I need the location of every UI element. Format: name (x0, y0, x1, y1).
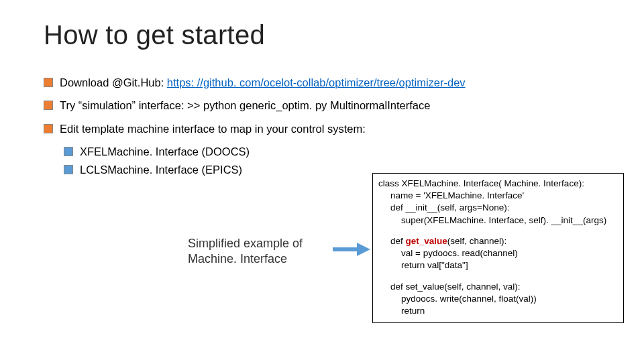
method-name: get_value (406, 236, 447, 246)
svg-marker-1 (357, 243, 370, 256)
code-line: def __init__(self, args=None): (378, 202, 618, 214)
code-line: val = pydoocs. read(channel) (378, 247, 618, 259)
code-line: def set_value(self, channel, val): (378, 281, 618, 293)
code-line: def get_value(self, channel): (378, 235, 618, 247)
code-box: class XFELMachine. Interface( Machine. I… (372, 173, 624, 323)
page-title: How to get started (44, 20, 614, 50)
square-bullet-icon (64, 165, 73, 174)
bullet-item: Try “simulation” interface: >> python ge… (44, 99, 614, 113)
square-bullet-icon (64, 147, 73, 156)
square-bullet-icon (44, 124, 53, 133)
code-line: class XFELMachine. Interface( Machine. I… (378, 178, 618, 190)
bullet-item: Download @Git.Hub: https: //github. com/… (44, 76, 614, 90)
bullet-text: XFELMachine. Interface (DOOCS) (80, 145, 250, 159)
text: Download @Git.Hub: (60, 76, 167, 88)
arrow-right-icon (331, 241, 370, 257)
code-line: return val["data"] (378, 259, 618, 272)
caption-text: Simplified example of Machine. Interface (188, 236, 322, 266)
square-bullet-icon (44, 101, 53, 110)
bullet-text: Download @Git.Hub: https: //github. com/… (60, 76, 466, 90)
bullet-text: Edit template machine interface to map i… (60, 122, 366, 136)
code-line: pydoocs. write(channel, float(val)) (378, 293, 618, 305)
code-text: def (390, 236, 406, 246)
code-line: name = 'XFELMachine. Interface' (378, 190, 618, 202)
code-text: (self, channel): (447, 236, 507, 246)
square-bullet-icon (44, 78, 53, 87)
bullet-text: Try “simulation” interface: >> python ge… (60, 99, 430, 113)
sub-bullet-item: XFELMachine. Interface (DOOCS) (64, 145, 614, 159)
bullet-item: Edit template machine interface to map i… (44, 122, 614, 136)
bullet-text: LCLSMachine. Interface (EPICS) (80, 163, 242, 177)
github-link[interactable]: https: //github. com/ocelot-collab/optim… (167, 76, 466, 88)
code-line: super(XFELMachine. Interface, self). __i… (378, 215, 618, 227)
code-line: return (378, 305, 618, 317)
bullet-list: Download @Git.Hub: https: //github. com/… (44, 76, 614, 177)
